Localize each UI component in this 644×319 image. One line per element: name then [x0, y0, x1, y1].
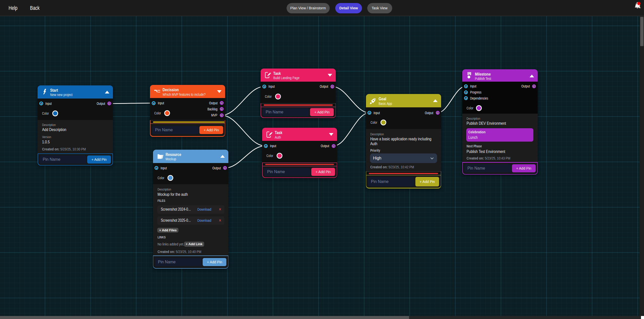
svg-text:1: 1: [638, 4, 641, 9]
